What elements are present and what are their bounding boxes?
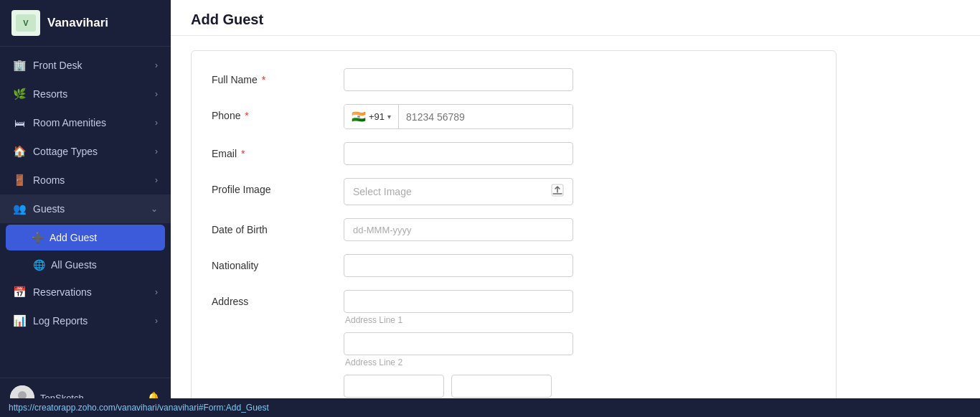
sidebar-item-log-reports-label: Log Reports: [33, 315, 88, 327]
rooms-icon: 🚪: [13, 174, 26, 187]
label-nationality: Nationality: [212, 254, 326, 271]
chevron-down-phone: ▾: [387, 113, 391, 121]
guests-icon: 👥: [13, 202, 26, 215]
full-name-input[interactable]: [344, 68, 573, 91]
sidebar-item-resorts[interactable]: 🌿 Resorts ›: [0, 80, 171, 108]
address-extra-row: [344, 375, 573, 398]
address-city-input[interactable]: [344, 375, 444, 398]
cottage-types-icon: 🏠: [13, 145, 26, 158]
nationality-input[interactable]: [344, 254, 573, 277]
sidebar-item-add-guest[interactable]: ➕ Add Guest: [6, 225, 165, 250]
log-reports-icon: 📊: [13, 314, 26, 327]
status-url: https://creatorapp.zoho.com/vanavihari/v…: [9, 403, 269, 413]
chevron-right-icon: ›: [155, 287, 158, 297]
field-full-name: [344, 68, 573, 91]
form-row-full-name: Full Name *: [212, 68, 816, 91]
address-line2-wrapper: Address Line 2: [344, 332, 573, 367]
field-email: [344, 142, 573, 165]
sidebar-nav: 🏢 Front Desk › 🌿 Resorts › 🛏 Room Amenit…: [0, 47, 171, 378]
room-amenities-icon: 🛏: [13, 116, 26, 129]
chevron-right-icon: ›: [155, 175, 158, 185]
sidebar-item-room-amenities-label: Room Amenities: [33, 117, 106, 128]
sidebar-item-room-amenities[interactable]: 🛏 Room Amenities ›: [0, 108, 171, 137]
chevron-right-icon: ›: [155, 118, 158, 128]
label-address: Address: [212, 290, 326, 307]
select-image-label: Select Image: [353, 186, 412, 197]
phone-number-input[interactable]: [399, 105, 573, 128]
logo: V: [11, 10, 40, 36]
phone-country-code[interactable]: 🇮🇳 +91 ▾: [344, 105, 399, 128]
label-full-name: Full Name *: [212, 68, 326, 85]
form-row-email: Email *: [212, 142, 816, 165]
country-code-value: +91: [369, 111, 385, 122]
sidebar-item-rooms[interactable]: 🚪 Rooms ›: [0, 166, 171, 195]
address-field-group: Address Line 1 Address Line 2: [344, 290, 573, 398]
phone-field: 🇮🇳 +91 ▾: [344, 104, 573, 129]
main-content: Add Guest Full Name * Phone * 🇮🇳: [171, 0, 980, 417]
address-state-input[interactable]: [451, 375, 552, 398]
chevron-right-icon: ›: [155, 146, 158, 156]
all-guests-icon: 🌐: [33, 259, 45, 271]
form-area: Full Name * Phone * 🇮🇳 +91 ▾: [171, 36, 980, 417]
form-row-dob: Date of Birth: [212, 218, 816, 241]
field-nationality: [344, 254, 573, 277]
reservations-icon: 📅: [13, 286, 26, 299]
sidebar-item-guests-label: Guests: [33, 203, 65, 215]
address-line1-input[interactable]: [344, 290, 573, 313]
label-dob: Date of Birth: [212, 218, 326, 235]
flag-india: 🇮🇳: [352, 110, 366, 123]
chevron-down-icon: ⌄: [151, 204, 158, 214]
form-row-phone: Phone * 🇮🇳 +91 ▾: [212, 104, 816, 129]
form-panel: Full Name * Phone * 🇮🇳 +91 ▾: [191, 50, 837, 417]
resorts-icon: 🌿: [13, 88, 26, 100]
address-line2-sublabel: Address Line 2: [344, 357, 573, 367]
address-line1-wrapper: Address Line 1: [344, 290, 573, 325]
sidebar-item-resorts-label: Resorts: [33, 88, 67, 100]
sidebar-item-log-reports[interactable]: 📊 Log Reports ›: [0, 306, 171, 335]
sidebar-item-cottage-types-label: Cottage Types: [33, 146, 98, 157]
sidebar-item-all-guests-label: All Guests: [51, 259, 97, 271]
address-line1-sublabel: Address Line 1: [344, 315, 573, 325]
chevron-right-icon: ›: [155, 60, 158, 70]
status-bar: https://creatorapp.zoho.com/vanavihari/v…: [0, 398, 980, 417]
page-title: Add Guest: [191, 11, 960, 28]
sidebar-item-front-desk-label: Front Desk: [33, 60, 82, 71]
sidebar-item-cottage-types[interactable]: 🏠 Cottage Types ›: [0, 137, 171, 166]
chevron-right-icon: ›: [155, 316, 158, 326]
svg-text:V: V: [23, 19, 29, 27]
sidebar: V Vanavihari 🏢 Front Desk › 🌿 Resorts › …: [0, 0, 171, 417]
app-name: Vanavihari: [47, 16, 108, 30]
email-input[interactable]: [344, 142, 573, 165]
form-row-profile-image: Profile Image Select Image: [212, 178, 816, 205]
front-desk-icon: 🏢: [13, 59, 26, 72]
dob-input[interactable]: [344, 218, 573, 241]
field-profile-image: Select Image: [344, 178, 573, 205]
sidebar-item-reservations-label: Reservations: [33, 286, 92, 298]
select-image-button[interactable]: Select Image: [344, 178, 573, 205]
sidebar-item-reservations[interactable]: 📅 Reservations ›: [0, 278, 171, 306]
label-email: Email *: [212, 142, 326, 159]
sidebar-item-all-guests[interactable]: 🌐 All Guests: [0, 252, 171, 278]
upload-icon: [551, 184, 564, 200]
address-line2-input[interactable]: [344, 332, 573, 355]
add-guest-icon: ➕: [32, 232, 44, 243]
sidebar-item-guests[interactable]: 👥 Guests ⌄: [0, 195, 171, 223]
sidebar-item-rooms-label: Rooms: [33, 174, 65, 186]
form-row-nationality: Nationality: [212, 254, 816, 277]
page-header: Add Guest: [171, 0, 980, 36]
form-row-address: Address Address Line 1 Address Line 2: [212, 290, 816, 398]
label-phone: Phone *: [212, 104, 326, 121]
chevron-right-icon: ›: [155, 89, 158, 99]
sidebar-header: V Vanavihari: [0, 0, 171, 47]
field-dob: [344, 218, 573, 241]
label-profile-image: Profile Image: [212, 178, 326, 195]
sidebar-item-front-desk[interactable]: 🏢 Front Desk ›: [0, 51, 171, 80]
sidebar-item-add-guest-label: Add Guest: [50, 232, 97, 243]
